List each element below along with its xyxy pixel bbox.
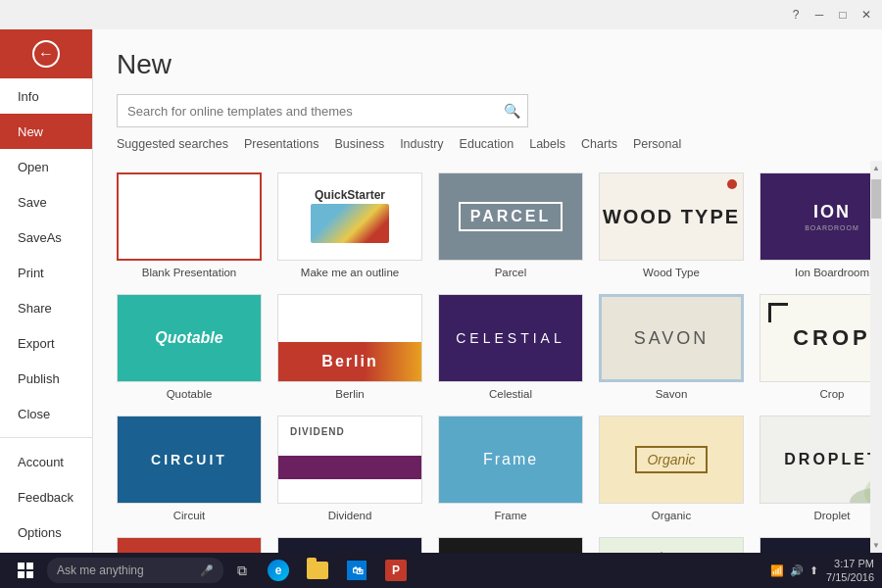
template-thumb-dividend: DIVIDEND (277, 416, 422, 504)
template-thumb-circuit: CIRCUIT (117, 416, 262, 504)
template-circuit[interactable]: CIRCUIT Circuit (117, 416, 262, 521)
template-organic[interactable]: Organic Organic (599, 416, 744, 521)
scroll-down-arrow[interactable]: ▼ (869, 538, 882, 553)
scrollbar[interactable]: ▲ ▼ (870, 161, 882, 553)
template-name-woodtype: Wood Type (643, 267, 700, 278)
sidebar-item-saveas[interactable]: SaveAs (0, 220, 92, 255)
filter-personal[interactable]: Personal (633, 137, 681, 151)
template-dividend[interactable]: DIVIDEND Dividend (277, 416, 422, 521)
network-icon[interactable]: 📶 (770, 564, 784, 577)
filter-labels[interactable]: Labels (529, 137, 565, 151)
template-name-berlin: Berlin (335, 388, 364, 400)
template-celestial[interactable]: CELESTIAL Celestial (438, 294, 583, 400)
sidebar-item-info[interactable]: Info (0, 78, 92, 114)
template-ion2[interactable]: ION ION (277, 537, 422, 553)
facet-decoration (622, 552, 720, 553)
page-title: New (117, 49, 858, 80)
powerpoint-button[interactable]: P (378, 556, 414, 585)
template-woodtype[interactable]: WOOD TYPE Wood Type (599, 172, 744, 278)
close-button[interactable]: ✕ (858, 7, 874, 23)
template-thumb-vaportrail: VAPOR TRAIL (760, 537, 870, 553)
sidebar-item-feedback[interactable]: Feedback (0, 479, 92, 514)
sidebar-item-print[interactable]: Print (0, 255, 92, 290)
filter-business[interactable]: Business (334, 137, 384, 151)
title-bar: ? ─ □ ✕ (0, 0, 882, 29)
sidebar-item-new[interactable]: New (0, 114, 92, 149)
search-bar: 🔍 (117, 94, 528, 127)
template-name-blank: Blank Presentation (142, 267, 237, 278)
template-name-organic: Organic (652, 510, 691, 521)
search-button[interactable]: 🔍 (496, 95, 527, 126)
clock-time: 3:17 PM (826, 557, 874, 570)
template-vaportrail[interactable]: VAPOR TRAIL Vapor Trail (760, 537, 870, 553)
taskbar-search[interactable]: Ask me anything 🎤 (47, 558, 223, 583)
template-name-parcel: Parcel (495, 267, 527, 278)
sidebar-item-save[interactable]: Save (0, 184, 92, 220)
edge-browser-icon[interactable]: e (261, 556, 296, 585)
task-view-button[interactable]: ⧉ (227, 556, 257, 585)
sidebar-item-open[interactable]: Open (0, 149, 92, 184)
help-button[interactable]: ? (788, 7, 804, 23)
template-mesh[interactable]: MESH MESH (438, 537, 583, 553)
clock-date: 7/15/2016 (826, 570, 874, 584)
template-name-savon: Savon (656, 388, 688, 400)
template-savon[interactable]: SAVON Savon (599, 294, 744, 400)
template-name-ion: Ion Boardroom (795, 267, 869, 278)
filter-charts[interactable]: Charts (581, 137, 617, 151)
template-mainevent[interactable]: MAINEVENT Main Event (117, 537, 262, 553)
template-quotable[interactable]: Quotable Quotable (117, 294, 262, 400)
file-explorer-button[interactable] (300, 556, 335, 585)
scroll-up-arrow[interactable]: ▲ (869, 161, 882, 175)
search-input[interactable] (118, 98, 496, 124)
sidebar-item-publish[interactable]: Publish (0, 361, 92, 396)
template-thumb-celestial: CELESTIAL (438, 294, 583, 382)
template-facet[interactable]: Facet Facet (599, 537, 744, 553)
template-thumb-organic: Organic (599, 416, 744, 504)
template-thumb-parcel: PARCEL (438, 172, 583, 261)
filter-suggested[interactable]: Suggested searches (117, 137, 228, 151)
template-berlin[interactable]: Berlin Berlin (277, 294, 422, 400)
template-droplet[interactable]: DROPLET Droplet (760, 416, 870, 521)
powerpoint-icon: P (385, 560, 407, 581)
sidebar-item-account[interactable]: Account (0, 444, 92, 479)
microphone-icon: 🎤 (200, 564, 214, 577)
template-thumb-facet: Facet (599, 537, 744, 553)
sidebar-item-close[interactable]: Close (0, 396, 92, 431)
template-thumb-berlin: Berlin (277, 294, 422, 382)
template-thumb-droplet: DROPLET (760, 416, 870, 504)
template-crop[interactable]: CROP Crop (760, 294, 870, 400)
taskbar-clock[interactable]: 3:17 PM 7/15/2016 (826, 557, 874, 585)
edge-icon: e (268, 560, 289, 581)
volume-icon[interactable]: 🔊 (790, 564, 804, 577)
template-frame[interactable]: Frame Frame (438, 416, 583, 521)
template-thumb-frame: Frame (438, 416, 583, 504)
template-thumb-ion2: ION (277, 537, 422, 553)
sidebar: ← Info New Open Save SaveAs Print Share … (0, 29, 93, 553)
template-parcel[interactable]: PARCEL Parcel (438, 172, 583, 278)
template-name-celestial: Celestial (489, 388, 532, 400)
sidebar-item-share[interactable]: Share (0, 290, 92, 325)
scroll-thumb[interactable] (871, 179, 881, 219)
filter-education[interactable]: Education (460, 137, 514, 151)
minimize-button[interactable]: ─ (811, 7, 827, 23)
restore-button[interactable]: □ (835, 7, 851, 23)
template-thumb-mesh: MESH (438, 537, 583, 553)
template-ion[interactable]: ION BOARDROOM Ion Boardroom (760, 172, 870, 278)
template-quickstarter[interactable]: QuickStarter Make me an outline (277, 172, 422, 278)
filter-industry[interactable]: Industry (400, 137, 443, 151)
template-name-quickstarter: Make me an outline (301, 267, 399, 278)
sidebar-item-options[interactable]: Options (0, 514, 92, 550)
windows-logo-icon (18, 563, 33, 578)
template-name-droplet: Droplet (813, 510, 850, 521)
sidebar-divider (0, 437, 92, 438)
start-button[interactable] (8, 556, 43, 585)
content-area: New 🔍 Suggested searches Presentations B… (93, 29, 882, 553)
template-name-quotable: Quotable (167, 388, 213, 400)
svg-marker-2 (622, 552, 720, 553)
template-blank[interactable]: Blank Presentation (117, 172, 262, 278)
store-button[interactable]: 🛍 (339, 556, 374, 585)
back-button[interactable]: ← (0, 29, 92, 78)
template-grid-container: Blank Presentation QuickStarter Make me … (93, 161, 870, 553)
filter-presentations[interactable]: Presentations (244, 137, 318, 151)
sidebar-item-export[interactable]: Export (0, 325, 92, 361)
